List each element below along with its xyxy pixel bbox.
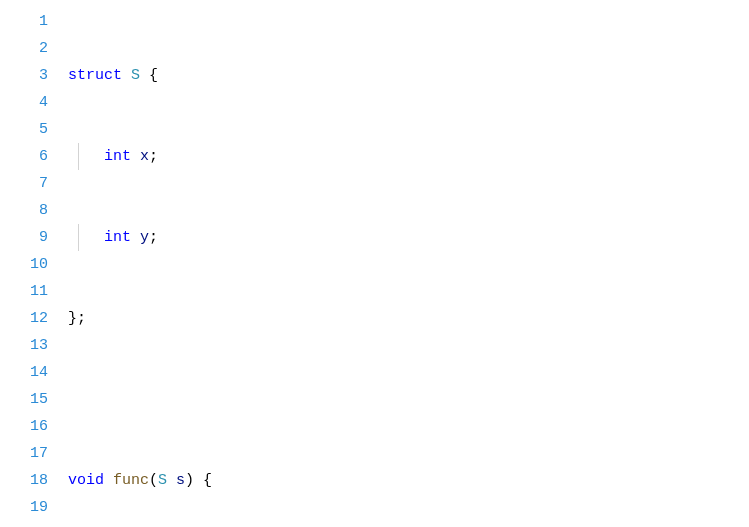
code-line: int x; <box>68 143 749 170</box>
line-number: 17 <box>0 440 48 467</box>
code-area[interactable]: struct S { int x; int y; }; void func(S … <box>68 8 749 527</box>
code-line <box>68 386 749 413</box>
line-number: 9 <box>0 224 48 251</box>
code-line: void func(S s) { <box>68 467 749 494</box>
line-number: 1 <box>0 8 48 35</box>
line-number: 6 <box>0 143 48 170</box>
line-number: 16 <box>0 413 48 440</box>
line-number: 4 <box>0 89 48 116</box>
line-number: 8 <box>0 197 48 224</box>
line-number: 18 <box>0 467 48 494</box>
line-number: 14 <box>0 359 48 386</box>
line-number: 15 <box>0 386 48 413</box>
code-line: int y; <box>68 224 749 251</box>
line-number: 13 <box>0 332 48 359</box>
line-number-gutter: 1 2 3 4 5 6 7 8 9 10 11 12 13 14 15 16 1… <box>0 8 68 527</box>
code-editor: 1 2 3 4 5 6 7 8 9 10 11 12 13 14 15 16 1… <box>0 8 749 527</box>
line-number: 5 <box>0 116 48 143</box>
code-line: }; <box>68 305 749 332</box>
line-number: 3 <box>0 62 48 89</box>
line-number: 11 <box>0 278 48 305</box>
line-number: 10 <box>0 251 48 278</box>
line-number: 2 <box>0 35 48 62</box>
line-number: 19 <box>0 494 48 521</box>
code-line: struct S { <box>68 62 749 89</box>
line-number: 12 <box>0 305 48 332</box>
line-number: 7 <box>0 170 48 197</box>
